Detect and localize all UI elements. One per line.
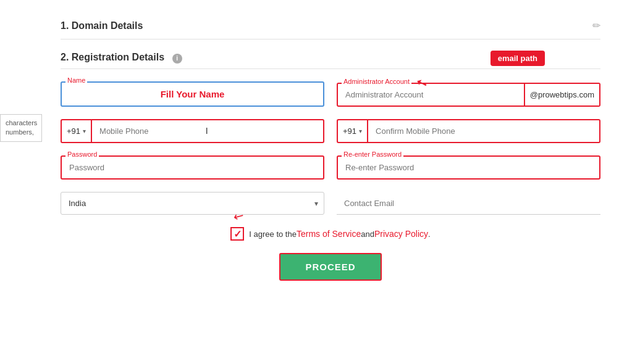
admin-email-group: Administrator Account @prowebtips.com bbox=[337, 83, 600, 107]
country-select[interactable]: India United States United Kingdom bbox=[61, 192, 324, 215]
tooltip-line2: numbers, bbox=[6, 128, 34, 136]
checkbox-wrapper: ↙ ✓ bbox=[230, 227, 244, 241]
main-content: 1. Domain Details ✏ 2. Registration Deta… bbox=[42, 0, 619, 293]
cursor-indicator: I bbox=[206, 126, 208, 136]
terms-conjunction: and bbox=[361, 230, 374, 239]
admin-email-input[interactable] bbox=[337, 83, 525, 107]
domain-section-number: 1. bbox=[61, 20, 69, 31]
domain-details-section: 1. Domain Details ✏ bbox=[61, 12, 600, 39]
domain-section-label: Domain Details bbox=[72, 20, 143, 31]
reg-section-label: Registration Details bbox=[72, 52, 164, 62]
terms-row: ↙ ✓ I agree to the Terms of Service and … bbox=[61, 227, 600, 241]
confirm-mobile-input[interactable] bbox=[367, 119, 600, 143]
confirm-mobile-group: +91 ▾ bbox=[337, 119, 600, 143]
country-group: India United States United Kingdom ▾ bbox=[61, 192, 324, 215]
mobile-group: +91 ▾ I bbox=[61, 119, 324, 143]
page-wrapper: characters numbers, 1. Domain Details ✏ … bbox=[0, 0, 619, 364]
row-country-email: India United States United Kingdom ▾ bbox=[61, 192, 600, 215]
password-group: Password bbox=[61, 155, 324, 180]
phone-code[interactable]: +91 ▾ bbox=[61, 119, 91, 143]
proceed-row: PROCEED bbox=[61, 253, 600, 281]
privacy-policy-link[interactable]: Privacy Policy bbox=[374, 229, 428, 239]
password-input[interactable] bbox=[61, 155, 324, 180]
terms-of-service-link[interactable]: Terms of Service bbox=[297, 229, 361, 239]
row-password: Password Re-enter Password bbox=[61, 155, 600, 180]
name-input[interactable] bbox=[61, 81, 324, 107]
contact-email-input[interactable] bbox=[337, 192, 600, 215]
reenter-password-input[interactable] bbox=[337, 155, 600, 180]
terms-prefix: I agree to the bbox=[249, 230, 297, 239]
info-icon[interactable]: i bbox=[172, 54, 182, 64]
confirm-phone-code-value: +91 bbox=[343, 126, 356, 136]
privacy-policy-text: Privacy Policy bbox=[374, 229, 428, 239]
reenter-password-group: Re-enter Password bbox=[337, 155, 600, 180]
registration-title: 2. Registration Details i bbox=[61, 52, 182, 64]
password-label: Password bbox=[65, 151, 99, 158]
phone-code-value: +91 bbox=[67, 126, 80, 136]
proceed-button[interactable]: PROCEED bbox=[279, 253, 381, 281]
reenter-password-label: Re-enter Password bbox=[342, 151, 403, 158]
email-annotation: email path bbox=[491, 51, 545, 66]
reg-section-number: 2. bbox=[61, 52, 69, 62]
checkbox-checkmark: ✓ bbox=[234, 228, 242, 240]
terms-checkbox[interactable]: ✓ bbox=[230, 227, 244, 241]
tooltip-line1: characters bbox=[6, 119, 37, 126]
terms-suffix: . bbox=[428, 230, 431, 239]
left-tooltip: characters numbers, bbox=[0, 114, 42, 142]
confirm-phone-code-arrow: ▾ bbox=[359, 128, 362, 134]
confirm-phone-code[interactable]: +91 ▾ bbox=[337, 119, 367, 143]
row-mobile: +91 ▾ I +91 ▾ bbox=[61, 119, 600, 143]
admin-email-label: Administrator Account bbox=[342, 78, 411, 85]
domain-details-title: 1. Domain Details bbox=[61, 20, 143, 31]
row-name-email: email path ➘ Name (function(){ var inp =… bbox=[61, 81, 600, 107]
name-label: Name bbox=[65, 77, 87, 84]
edit-icon[interactable]: ✏ bbox=[592, 20, 600, 31]
proceed-button-label: PROCEED bbox=[305, 262, 355, 272]
phone-code-arrow: ▾ bbox=[83, 128, 86, 134]
annotation-label: email path bbox=[498, 54, 537, 63]
email-suffix: @prowebtips.com bbox=[525, 83, 600, 107]
name-group: Name (function(){ var inp = document.que… bbox=[61, 81, 324, 107]
terms-of-service-text: Terms of Service bbox=[297, 229, 361, 239]
contact-email-group bbox=[337, 192, 600, 215]
